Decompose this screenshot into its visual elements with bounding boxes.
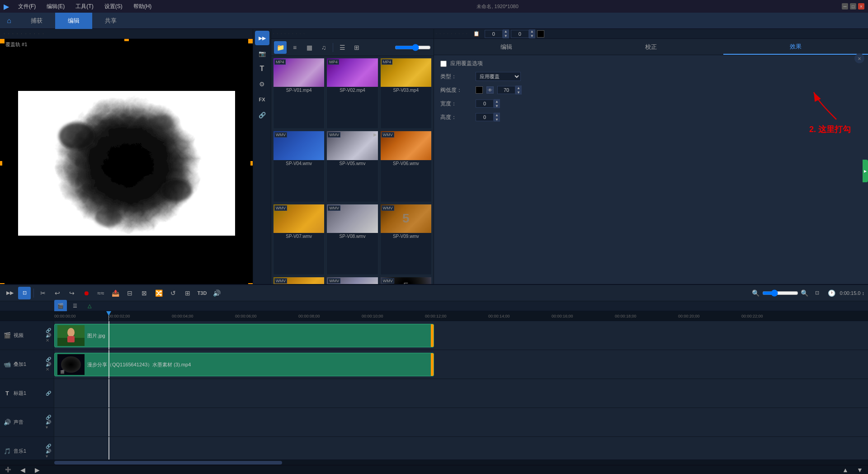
track-type-storyboard[interactable]: ☰ — [69, 300, 81, 313]
clip-video[interactable]: 图片.jpg — [54, 324, 434, 347]
track-audio-icon[interactable]: 🔊 — [46, 333, 51, 338]
menu-help[interactable]: 帮助(H) — [132, 2, 154, 11]
track-lock-icon-t1[interactable]: 🔗 — [46, 391, 51, 396]
timeline-tool-grid[interactable]: ⊞ — [181, 287, 194, 299]
menu-edit[interactable]: 编辑(E) — [45, 2, 66, 11]
color-swatch[interactable] — [537, 30, 544, 38]
zoom-clock-button[interactable]: 🕐 — [826, 287, 838, 299]
side-tool-effects[interactable]: ⚙ — [255, 77, 269, 91]
width-down[interactable]: ▼ — [494, 104, 500, 108]
track-delete-icon-o1[interactable]: ✕ — [46, 367, 51, 372]
timeline-tool-record[interactable]: ⏺ — [80, 287, 93, 299]
track-type-trim[interactable]: △ — [83, 300, 96, 313]
track-delete-icon[interactable]: ✕ — [46, 338, 51, 343]
track-audio-icon-a[interactable]: 🔊 — [46, 420, 51, 425]
timeline-tool-clip[interactable]: ▶▶ — [4, 287, 16, 299]
scroll-right-btn[interactable]: ▶ — [31, 464, 43, 474]
track-lock-icon-a[interactable]: 🔗 — [46, 415, 51, 420]
corner-handle-tr[interactable] — [248, 39, 253, 43]
track-lock-icon-o1[interactable]: 🔗 — [46, 357, 51, 362]
threshold-down[interactable]: ▼ — [515, 90, 522, 95]
tab-share[interactable]: 共享 — [92, 13, 129, 29]
threshold-up[interactable]: ▲ — [515, 85, 522, 90]
height-down[interactable]: ▼ — [494, 117, 500, 122]
zoom-fit-button[interactable]: ⊡ — [811, 287, 824, 299]
timeline-tool-t3d[interactable]: T3D — [196, 287, 208, 299]
media-tool-list2[interactable]: ☰ — [336, 41, 349, 54]
timeline-tool-select[interactable]: ⊡ — [18, 287, 31, 299]
timeline-tool-minus[interactable]: ⊟ — [123, 287, 136, 299]
media-tool-folder[interactable]: 📁 — [274, 41, 287, 54]
media-tool-audio[interactable]: ♫ — [317, 41, 330, 54]
timeline-tool-composite[interactable]: 🔊 — [210, 287, 223, 299]
timeline-content[interactable]: 图片.jpg — [54, 321, 868, 460]
side-tool-fx[interactable]: FX — [255, 92, 269, 107]
height-input[interactable]: 0 — [476, 113, 494, 121]
zoom-out-button[interactable]: 🔍 — [751, 289, 760, 298]
tab-correction[interactable]: 校正 — [579, 39, 723, 55]
zoom-in-button[interactable]: 🔍 — [800, 289, 809, 298]
type-select[interactable]: 应用覆盖 — [476, 72, 521, 81]
track-audio-icon-m1[interactable]: 🔊 — [46, 449, 51, 454]
spin-up-1[interactable]: ▲ — [503, 29, 509, 34]
width-up[interactable]: ▲ — [494, 99, 500, 104]
timeline-tool-cut[interactable]: ✂ — [37, 287, 49, 299]
track-audio-icon-o1[interactable]: 🔊 — [46, 362, 51, 367]
timeline-tool-shuffle[interactable]: 🔀 — [152, 287, 165, 299]
media-tool-list[interactable]: ≡ — [288, 41, 301, 54]
media-item-v06[interactable]: WMV SP-V06.wmv — [380, 131, 432, 202]
media-item-v04[interactable]: WMV SP-V04.wmv — [273, 131, 325, 202]
home-button[interactable]: ⌂ — [0, 13, 18, 29]
minimize-button[interactable]: ─ — [842, 3, 848, 9]
media-item-v02[interactable]: MP4 SP-V02.mp4 — [326, 58, 378, 129]
media-item-v07[interactable]: WMV SP-V07.wmv — [273, 204, 325, 275]
tab-edit[interactable]: 编辑 — [55, 13, 92, 29]
track-lock-icon[interactable]: 🔗 — [46, 328, 51, 333]
media-item-v05[interactable]: WMV ▶ SP-V05.wmv — [326, 131, 378, 202]
corner-handle-mt[interactable] — [124, 39, 129, 41]
timeline-tool-loop[interactable]: ↺ — [167, 287, 179, 299]
width-input[interactable]: 0 — [476, 100, 494, 108]
media-item-v01[interactable]: MP4 SP-V01.mp4 — [273, 58, 325, 129]
track-type-video[interactable]: 🎬 — [54, 300, 67, 313]
spin-up-2[interactable]: ▲ — [529, 29, 535, 34]
threshold-eye-btn[interactable]: 👁 — [486, 86, 494, 94]
spin-input-2[interactable]: 0 — [511, 30, 529, 38]
timeline-tool-redo[interactable]: ↪ — [66, 287, 78, 299]
panel-close-button[interactable]: × — [854, 53, 864, 63]
effects-tool-1[interactable]: 📋 — [470, 28, 483, 40]
timeline-tool-undo[interactable]: ↩ — [51, 287, 64, 299]
timeline-tool-export[interactable]: 📤 — [109, 287, 122, 299]
spin-down-1[interactable]: ▼ — [503, 34, 509, 38]
media-tool-grid[interactable]: ▦ — [303, 41, 316, 54]
clip-end-handle-overlay1[interactable] — [431, 353, 434, 376]
height-up[interactable]: ▲ — [494, 113, 500, 117]
media-item-v03[interactable]: MP4 SP-V03.mp4 — [380, 58, 432, 129]
media-item-v09[interactable]: 5 WMV SP-V09.wmv — [380, 204, 432, 275]
side-tool-media[interactable]: ▶▶ — [255, 31, 269, 45]
media-tool-grid2[interactable]: ⊞ — [350, 41, 363, 54]
side-tool-audio[interactable]: 🔗 — [255, 108, 269, 122]
green-tab[interactable]: ▶ — [863, 160, 868, 182]
h-scrollbar-thumb[interactable] — [54, 461, 282, 465]
h-scrollbar-track[interactable] — [54, 461, 814, 465]
track-chevron-a[interactable]: ▾ — [46, 425, 51, 430]
add-track-button[interactable]: ➕ — [2, 464, 14, 474]
threshold-input[interactable] — [497, 86, 515, 94]
side-tool-text[interactable]: T — [255, 62, 269, 76]
media-item-v08[interactable]: WMV SP-V08.wmv — [326, 204, 378, 275]
corner-handle-ml[interactable] — [0, 161, 2, 166]
zoom-range[interactable] — [762, 289, 798, 297]
menu-settings[interactable]: 设置(S) — [103, 2, 124, 11]
track-lock-icon-m1[interactable]: 🔗 — [46, 444, 51, 449]
maximize-button[interactable]: □ — [850, 3, 856, 9]
corner-handle-mr[interactable] — [250, 161, 253, 166]
clip-end-handle-video[interactable] — [431, 324, 434, 347]
menu-tools[interactable]: 工具(T) — [74, 2, 95, 11]
timeline-tool-plus[interactable]: ⊠ — [138, 287, 151, 299]
close-button[interactable]: × — [858, 3, 864, 9]
overlay-checkbox[interactable] — [440, 61, 447, 67]
app-play-icon[interactable]: ▶ — [4, 2, 9, 11]
side-tool-capture[interactable]: 📷 — [255, 46, 269, 61]
timeline-tool-snap[interactable]: ≈≈ — [94, 287, 107, 299]
